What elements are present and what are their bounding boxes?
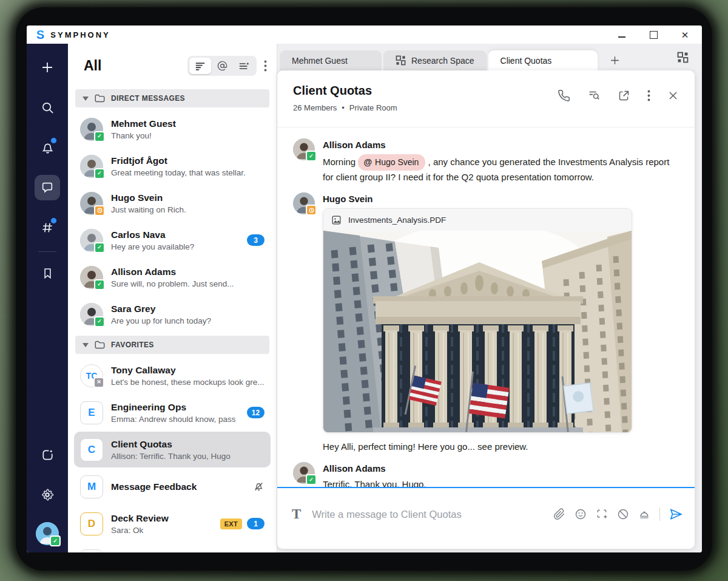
list-item-ux-design[interactable]: U UX Design xyxy=(74,543,271,552)
pop-out-button[interactable] xyxy=(618,89,630,102)
composer-actions xyxy=(553,508,682,521)
attachment-header: Investments_Analysis.PDF xyxy=(323,209,632,231)
item-preview: Allison: Terrific. Thank you, Hugo xyxy=(111,452,265,461)
send-button[interactable] xyxy=(669,508,682,521)
symphony-logo-icon: S xyxy=(36,29,44,41)
tab-client-quotas[interactable]: Client Quotas xyxy=(488,50,598,70)
message-hugo: Hugo Svein Investments_Analysis.PDF xyxy=(293,192,679,454)
item-preview: Let's be honest, these mockups look gre.… xyxy=(111,378,265,387)
presence-available-badge: ✓ xyxy=(94,316,105,327)
maximize-button[interactable] xyxy=(649,30,658,39)
channels-nav-button[interactable] xyxy=(35,215,60,240)
avatar-letter-text: D xyxy=(88,518,95,530)
service-bell-button[interactable] xyxy=(638,508,650,520)
attach-file-button[interactable] xyxy=(553,508,565,520)
list-item-mehmet-guest[interactable]: ✓ Mehmet Guest Thank you! xyxy=(74,111,271,147)
unread-count-badge: 12 xyxy=(247,407,265,418)
composer-divider xyxy=(659,508,660,521)
avatar[interactable]: ✓ xyxy=(293,138,315,160)
message-author[interactable]: Allison Adams xyxy=(323,140,670,150)
mention-pill[interactable]: @Hugo Svein xyxy=(358,154,425,171)
screen-snip-button[interactable] xyxy=(596,508,608,520)
list-more-options-button[interactable] xyxy=(264,60,267,72)
chat-more-options-button[interactable] xyxy=(647,90,650,101)
message-author[interactable]: Hugo Svein xyxy=(323,194,632,204)
attachment-card[interactable]: Investments_Analysis.PDF xyxy=(323,208,632,433)
notifications-button[interactable] xyxy=(35,135,60,160)
tab-mehmet-guest[interactable]: Mehmet Guest xyxy=(280,50,382,70)
settings-button[interactable] xyxy=(35,482,60,508)
disable-button[interactable] xyxy=(617,508,629,520)
workspace-switcher-button[interactable] xyxy=(677,52,693,63)
new-tab-button[interactable] xyxy=(599,50,631,70)
presence-away-badge xyxy=(94,205,105,216)
avatar[interactable] xyxy=(293,192,315,214)
avatar-letter-text: M xyxy=(87,481,96,493)
list-item-fridtjof-agot[interactable]: ✓ Fridtjof Ågot Great meeting today, tha… xyxy=(74,148,271,184)
chat-search-icon xyxy=(587,89,601,102)
list-item-deck-review[interactable]: D Deck Review Sara: Ok EXT 1 xyxy=(74,506,271,542)
list-item-sara-grey[interactable]: ✓ Sara Grey Are you up for lunch today? xyxy=(74,296,271,332)
minimize-button[interactable] xyxy=(617,30,627,39)
section-favorites[interactable]: FAVORITES xyxy=(75,336,269,354)
bookmarks-button[interactable] xyxy=(35,260,60,286)
filter-segmented-control xyxy=(187,56,257,76)
phone-icon xyxy=(558,89,570,102)
item-name: Message Feedback xyxy=(111,481,241,492)
message-composer: T xyxy=(277,487,695,549)
rail-divider xyxy=(38,251,56,252)
text-format-icon[interactable]: T xyxy=(289,506,301,522)
list-item-carlos-nava[interactable]: ✓ Carlos Nava Hey are you available? 3 xyxy=(74,222,271,258)
apps-marketplace-button[interactable] xyxy=(35,442,60,467)
call-button[interactable] xyxy=(558,89,570,102)
notification-dot xyxy=(50,137,57,144)
search-button[interactable] xyxy=(35,95,60,120)
muted-bell-icon xyxy=(253,481,265,492)
close-chat-button[interactable] xyxy=(667,90,679,101)
my-profile-avatar[interactable]: ✓ xyxy=(36,522,59,545)
item-preview: Great meeting today, that was stellar. xyxy=(111,168,265,177)
presence-offline-badge: ✕ xyxy=(93,377,104,388)
presence-available-badge: ✓ xyxy=(94,279,105,290)
item-name: Carlos Nava xyxy=(111,229,235,240)
room-type: Private Room xyxy=(349,103,397,112)
window-titlebar: S SYMPHONY ✕ xyxy=(27,25,702,44)
snip-icon xyxy=(596,508,608,520)
section-direct-messages[interactable]: DIRECT MESSAGES xyxy=(75,89,269,107)
attachment-preview-image[interactable] xyxy=(323,231,632,432)
avatar: ✓ xyxy=(80,229,103,252)
unread-count-badge: 3 xyxy=(247,234,265,246)
list-item-hugo-svein[interactable]: Hugo Svein Just waiting on Rich. xyxy=(74,185,271,221)
search-in-chat-button[interactable] xyxy=(587,89,601,102)
list-item-allison-adams[interactable]: ✓ Allison Adams Sure will, no problem. J… xyxy=(74,259,271,295)
section-label: FAVORITES xyxy=(111,341,154,349)
message-author[interactable]: Allison Adams xyxy=(323,463,426,474)
list-item-tony-callaway[interactable]: TC ✕ Tony Callaway Let's be honest, thes… xyxy=(74,358,271,393)
messages-nav-button[interactable] xyxy=(35,175,60,200)
filter-all-button[interactable] xyxy=(189,58,211,74)
filter-unread-button[interactable] xyxy=(233,58,255,74)
presence-available-badge: ✓ xyxy=(306,151,317,161)
list-item-engineering-ops[interactable]: E Engineering Ops Emma: Andrew should kn… xyxy=(74,395,271,430)
search-icon xyxy=(41,101,55,115)
folder-icon xyxy=(95,341,105,349)
emoji-button[interactable] xyxy=(575,508,587,520)
avatar-room-letter: U xyxy=(80,549,103,553)
presence-away-badge xyxy=(306,205,317,216)
tab-research-space[interactable]: Research Space xyxy=(383,50,487,70)
list-item-message-feedback[interactable]: M Message Feedback xyxy=(74,469,271,505)
member-count[interactable]: 26 Members xyxy=(293,103,337,112)
close-window-button[interactable]: ✕ xyxy=(680,30,690,39)
filter-mentions-button[interactable] xyxy=(211,58,233,74)
message-input[interactable] xyxy=(311,508,544,521)
new-conversation-button[interactable] xyxy=(35,55,60,80)
bookmark-icon xyxy=(41,267,54,280)
kebab-menu-icon xyxy=(264,60,267,72)
item-name: Hugo Svein xyxy=(111,192,265,203)
avatar[interactable]: ✓ xyxy=(293,462,315,484)
block-icon xyxy=(617,508,629,520)
list-item-client-quotas[interactable]: C Client Quotas Allison: Terrific. Thank… xyxy=(74,432,271,467)
avatar-room-letter: M xyxy=(80,475,103,498)
image-file-icon xyxy=(331,215,342,225)
subtitle-separator: • xyxy=(342,103,345,112)
